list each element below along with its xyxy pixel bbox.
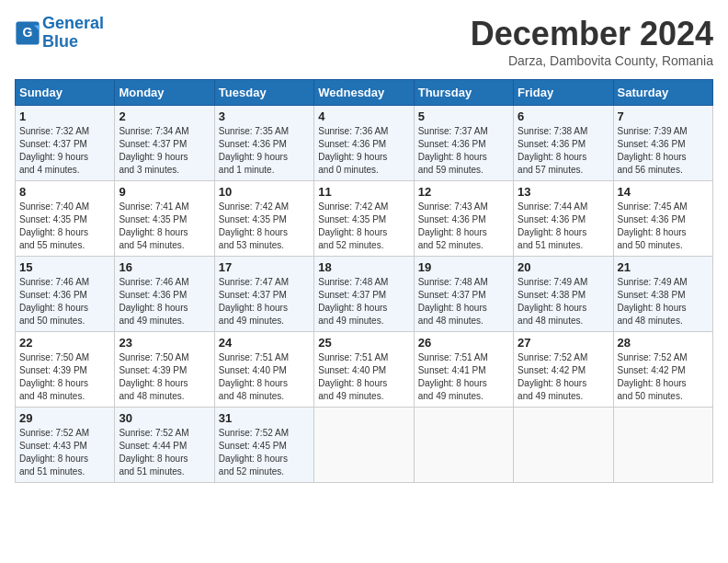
day-number: 3 [219,109,310,123]
calendar-cell: 18Sunrise: 7:48 AM Sunset: 4:37 PM Dayli… [314,257,414,332]
calendar-cell: 13Sunrise: 7:44 AM Sunset: 4:36 PM Dayli… [514,181,613,257]
day-info: Sunrise: 7:48 AM Sunset: 4:37 PM Dayligh… [418,276,509,327]
day-number: 9 [119,185,210,199]
calendar-cell: 20Sunrise: 7:49 AM Sunset: 4:38 PM Dayli… [514,257,613,332]
calendar-cell: 9Sunrise: 7:41 AM Sunset: 4:35 PM Daylig… [115,181,214,257]
calendar-cell: 29Sunrise: 7:52 AM Sunset: 4:43 PM Dayli… [16,408,115,483]
weekday-header-sunday: Sunday [16,80,115,106]
calendar-cell: 28Sunrise: 7:52 AM Sunset: 4:42 PM Dayli… [613,332,712,408]
calendar-cell: 6Sunrise: 7:38 AM Sunset: 4:36 PM Daylig… [514,106,613,181]
day-info: Sunrise: 7:51 AM Sunset: 4:40 PM Dayligh… [219,351,310,403]
day-info: Sunrise: 7:39 AM Sunset: 4:36 PM Dayligh… [618,125,709,177]
calendar-cell: 17Sunrise: 7:47 AM Sunset: 4:37 PM Dayli… [214,257,313,332]
day-info: Sunrise: 7:46 AM Sunset: 4:36 PM Dayligh… [119,276,210,327]
calendar-cell: 27Sunrise: 7:52 AM Sunset: 4:42 PM Dayli… [514,332,613,408]
calendar-cell: 24Sunrise: 7:51 AM Sunset: 4:40 PM Dayli… [214,332,313,408]
day-info: Sunrise: 7:42 AM Sunset: 4:35 PM Dayligh… [219,201,310,252]
day-info: Sunrise: 7:40 AM Sunset: 4:35 PM Dayligh… [19,201,110,252]
day-info: Sunrise: 7:52 AM Sunset: 4:42 PM Dayligh… [518,351,609,403]
calendar-subtitle: Darza, Dambovita County, Romania [471,53,713,68]
calendar-cell [514,408,613,483]
day-number: 4 [318,109,409,123]
svg-text:G: G [23,25,33,40]
header: G General Blue December 2024 Darza, Damb… [15,15,713,68]
calendar-body: 1Sunrise: 7:32 AM Sunset: 4:37 PM Daylig… [16,106,713,483]
week-row-4: 22Sunrise: 7:50 AM Sunset: 4:39 PM Dayli… [16,332,713,408]
day-info: Sunrise: 7:42 AM Sunset: 4:35 PM Dayligh… [318,201,409,252]
calendar-cell: 26Sunrise: 7:51 AM Sunset: 4:41 PM Dayli… [414,332,513,408]
day-info: Sunrise: 7:44 AM Sunset: 4:36 PM Dayligh… [518,201,609,252]
day-info: Sunrise: 7:52 AM Sunset: 4:42 PM Dayligh… [618,351,709,403]
day-number: 31 [219,411,310,425]
day-number: 25 [318,336,409,350]
day-number: 6 [518,109,609,123]
weekday-header-monday: Monday [115,80,214,106]
logo-line1: General [42,14,104,32]
day-info: Sunrise: 7:38 AM Sunset: 4:36 PM Dayligh… [518,125,609,177]
day-info: Sunrise: 7:43 AM Sunset: 4:36 PM Dayligh… [418,201,509,252]
day-number: 22 [19,336,110,350]
logo: G General Blue [15,15,104,52]
day-number: 17 [219,260,310,274]
day-number: 13 [518,185,609,199]
calendar-cell: 10Sunrise: 7:42 AM Sunset: 4:35 PM Dayli… [214,181,313,257]
calendar-cell: 12Sunrise: 7:43 AM Sunset: 4:36 PM Dayli… [414,181,513,257]
day-info: Sunrise: 7:41 AM Sunset: 4:35 PM Dayligh… [119,201,210,252]
day-number: 28 [618,336,709,350]
weekday-header-tuesday: Tuesday [214,80,313,106]
day-info: Sunrise: 7:50 AM Sunset: 4:39 PM Dayligh… [19,351,110,403]
day-number: 21 [618,260,709,274]
day-info: Sunrise: 7:52 AM Sunset: 4:43 PM Dayligh… [19,427,110,478]
weekday-header-wednesday: Wednesday [314,80,414,106]
day-number: 24 [219,336,310,350]
day-info: Sunrise: 7:48 AM Sunset: 4:37 PM Dayligh… [318,276,409,327]
day-info: Sunrise: 7:37 AM Sunset: 4:36 PM Dayligh… [418,125,509,177]
logo-icon: G [15,20,40,46]
week-row-2: 8Sunrise: 7:40 AM Sunset: 4:35 PM Daylig… [16,181,713,257]
title-area: December 2024 Darza, Dambovita County, R… [471,15,713,68]
calendar-cell: 22Sunrise: 7:50 AM Sunset: 4:39 PM Dayli… [16,332,115,408]
week-row-5: 29Sunrise: 7:52 AM Sunset: 4:43 PM Dayli… [16,408,713,483]
calendar-table: SundayMondayTuesdayWednesdayThursdayFrid… [15,79,713,483]
calendar-cell: 23Sunrise: 7:50 AM Sunset: 4:39 PM Dayli… [115,332,214,408]
week-row-1: 1Sunrise: 7:32 AM Sunset: 4:37 PM Daylig… [16,106,713,181]
calendar-cell: 16Sunrise: 7:46 AM Sunset: 4:36 PM Dayli… [115,257,214,332]
calendar-cell: 1Sunrise: 7:32 AM Sunset: 4:37 PM Daylig… [16,106,115,181]
day-number: 5 [418,109,509,123]
day-number: 1 [19,109,110,123]
calendar-cell: 5Sunrise: 7:37 AM Sunset: 4:36 PM Daylig… [414,106,513,181]
day-number: 27 [518,336,609,350]
day-number: 30 [119,411,210,425]
logo-text: General Blue [42,15,104,52]
calendar-cell: 25Sunrise: 7:51 AM Sunset: 4:40 PM Dayli… [314,332,414,408]
day-info: Sunrise: 7:45 AM Sunset: 4:36 PM Dayligh… [618,201,709,252]
day-info: Sunrise: 7:52 AM Sunset: 4:44 PM Dayligh… [119,427,210,478]
calendar-cell [613,408,712,483]
day-number: 10 [219,185,310,199]
calendar-cell: 21Sunrise: 7:49 AM Sunset: 4:38 PM Dayli… [613,257,712,332]
calendar-cell: 14Sunrise: 7:45 AM Sunset: 4:36 PM Dayli… [613,181,712,257]
calendar-cell [314,408,414,483]
day-info: Sunrise: 7:49 AM Sunset: 4:38 PM Dayligh… [518,276,609,327]
day-number: 15 [19,260,110,274]
day-info: Sunrise: 7:51 AM Sunset: 4:40 PM Dayligh… [318,351,409,403]
day-info: Sunrise: 7:50 AM Sunset: 4:39 PM Dayligh… [119,351,210,403]
day-number: 2 [119,109,210,123]
logo-line2: Blue [42,32,78,51]
calendar-cell: 4Sunrise: 7:36 AM Sunset: 4:36 PM Daylig… [314,106,414,181]
day-number: 7 [618,109,709,123]
day-number: 14 [618,185,709,199]
weekday-header-friday: Friday [514,80,613,106]
day-info: Sunrise: 7:32 AM Sunset: 4:37 PM Dayligh… [19,125,110,177]
day-number: 12 [418,185,509,199]
calendar-cell: 11Sunrise: 7:42 AM Sunset: 4:35 PM Dayli… [314,181,414,257]
calendar-cell: 15Sunrise: 7:46 AM Sunset: 4:36 PM Dayli… [16,257,115,332]
day-number: 18 [318,260,409,274]
day-info: Sunrise: 7:52 AM Sunset: 4:45 PM Dayligh… [219,427,310,478]
calendar-cell: 3Sunrise: 7:35 AM Sunset: 4:36 PM Daylig… [214,106,313,181]
week-row-3: 15Sunrise: 7:46 AM Sunset: 4:36 PM Dayli… [16,257,713,332]
calendar-cell: 2Sunrise: 7:34 AM Sunset: 4:37 PM Daylig… [115,106,214,181]
weekday-header-row: SundayMondayTuesdayWednesdayThursdayFrid… [16,80,713,106]
day-number: 16 [119,260,210,274]
weekday-header-saturday: Saturday [613,80,712,106]
